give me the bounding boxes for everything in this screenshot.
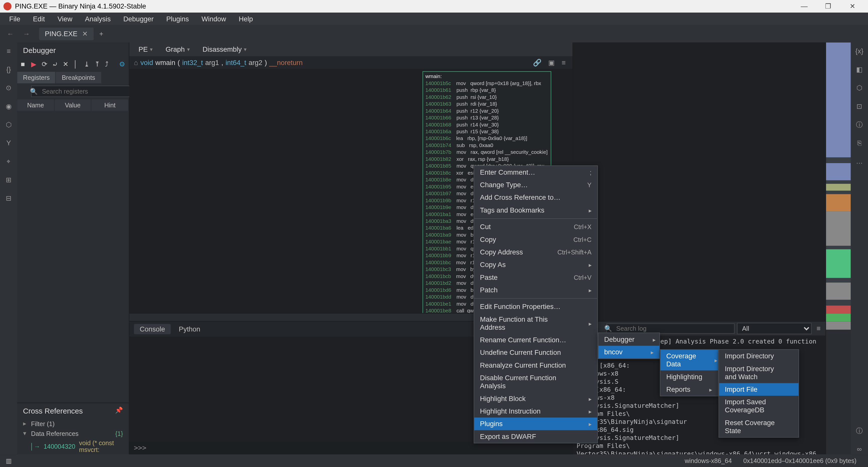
dbg-stop-icon[interactable]: ■: [21, 60, 27, 69]
graph-line[interactable]: 140001b62 push rsi {var_10}: [426, 94, 549, 100]
menu-item[interactable]: Enter Comment…;: [474, 166, 597, 178]
rail-branch-icon[interactable]: Y: [3, 138, 14, 148]
log-filter-select[interactable]: All: [737, 323, 812, 334]
rail-hex2-icon[interactable]: ⬡: [854, 83, 865, 93]
minimap-segment[interactable]: [826, 300, 851, 306]
register-search-input[interactable]: [31, 86, 132, 97]
rail-bug-icon[interactable]: ⌖: [3, 156, 14, 167]
dbg-reload-icon[interactable]: ⤾: [52, 60, 58, 69]
graph-line[interactable]: 140001b63 push rdi {var_18}: [426, 101, 549, 107]
dbg-settings-icon[interactable]: ⚙: [119, 60, 125, 69]
file-tab[interactable]: PING.EXE ✕: [39, 28, 94, 40]
menu-item[interactable]: Tags and Bookmarks▸: [474, 204, 597, 216]
xref-filter-row[interactable]: ▸ Filter (1): [17, 419, 129, 429]
minimize-button[interactable]: —: [792, 0, 816, 12]
menu-file[interactable]: File: [3, 14, 26, 24]
rail-braces-icon[interactable]: {}: [3, 64, 14, 74]
status-arch[interactable]: windows-x86_64: [679, 457, 737, 464]
rail-hamburger-icon[interactable]: ≡: [3, 46, 14, 56]
minimap-segment[interactable]: [826, 246, 851, 249]
dbg-run-icon[interactable]: ▶: [31, 60, 37, 69]
minimap-segment[interactable]: [826, 157, 851, 163]
reg-col-hint[interactable]: Hint: [92, 99, 129, 111]
rail-more-icon[interactable]: …: [854, 156, 865, 167]
menu-view[interactable]: View: [52, 14, 78, 24]
context-menu-coverage[interactable]: Import DirectoryImport Directory and Wat…: [719, 349, 799, 438]
minimap-segment[interactable]: [826, 194, 851, 211]
maximize-button[interactable]: ❐: [816, 0, 840, 12]
menu-item[interactable]: Import Directory and Watch: [719, 362, 799, 383]
console-prompt[interactable]: >>>: [129, 442, 572, 454]
menu-window[interactable]: Window: [196, 14, 232, 24]
xref-pin-icon[interactable]: 📌: [115, 407, 123, 415]
menu-item[interactable]: Add Cross Reference to…: [474, 191, 597, 204]
log-menu-icon[interactable]: ≡: [814, 325, 823, 333]
status-terminal-icon[interactable]: ▥: [6, 457, 11, 465]
tab-breakpoints[interactable]: Breakpoints: [56, 72, 101, 83]
minimap-segment[interactable]: [826, 249, 851, 278]
nav-back[interactable]: ←: [3, 27, 17, 41]
home-icon[interactable]: ⌂: [134, 59, 138, 67]
menu-item[interactable]: CopyCtrl+C: [474, 233, 597, 246]
log-search-input[interactable]: [607, 324, 735, 334]
addr-menu-icon[interactable]: ≡: [559, 59, 568, 67]
menu-item[interactable]: PasteCtrl+V: [474, 271, 597, 283]
menu-item[interactable]: Coverage Data▸: [660, 350, 718, 370]
rail-stack-icon[interactable]: ⊞: [3, 175, 14, 185]
minimap-segment[interactable]: [826, 191, 851, 194]
minimap-segment[interactable]: [826, 184, 851, 191]
menu-item[interactable]: Import File: [719, 383, 799, 396]
minimap[interactable]: [826, 42, 851, 454]
minimap-segment[interactable]: [826, 282, 851, 300]
menu-item[interactable]: Export as DWARF: [474, 430, 597, 443]
menu-item[interactable]: Reset Coverage State: [719, 416, 799, 437]
rail-info2-icon[interactable]: ⓘ: [854, 426, 865, 436]
menu-debugger[interactable]: Debugger: [118, 14, 159, 24]
dbg-restart-icon[interactable]: ⟳: [42, 60, 48, 69]
graph-line[interactable]: 140001b6a push r15 {var_38}: [426, 128, 549, 135]
graph-line[interactable]: 140001b5c mov qword [rsp+0x18 {arg_18}],…: [426, 80, 549, 87]
console-tab-python[interactable]: Python: [173, 324, 206, 334]
close-button[interactable]: ✕: [840, 0, 865, 12]
menu-item[interactable]: Import Directory: [719, 350, 799, 362]
file-tab-close[interactable]: ✕: [82, 30, 88, 38]
minimap-segment[interactable]: [826, 180, 851, 184]
xref-data-refs-row[interactable]: ▾ Data References {1}: [17, 429, 129, 438]
menu-item[interactable]: Reports▸: [660, 383, 718, 396]
console-tab-console[interactable]: Console: [134, 324, 171, 334]
minimap-segment[interactable]: [826, 42, 851, 157]
menu-analysis[interactable]: Analysis: [79, 14, 116, 24]
menu-item[interactable]: Copy As▸: [474, 259, 597, 271]
graph-line[interactable]: 140001b6c lea rbp, [rsp-0x9a0 {var_a18}]: [426, 135, 549, 142]
graph-line[interactable]: 140001b64 push r12 {var_20}: [426, 107, 549, 114]
menu-item[interactable]: Highlighting▸: [660, 370, 718, 383]
rail-loop-icon[interactable]: ∞: [854, 444, 865, 454]
reg-col-value[interactable]: Value: [55, 99, 92, 111]
new-tab-button[interactable]: +: [93, 28, 109, 40]
dbg-stepout-icon[interactable]: ⤴: [105, 60, 111, 69]
menu-item[interactable]: bncov▸: [598, 346, 659, 358]
menu-item[interactable]: CutCtrl+X: [474, 221, 597, 233]
graph-line[interactable]: 140001b68 push r14 {var_30}: [426, 121, 549, 128]
graph-line[interactable]: 140001b61 push rbp {var_8}: [426, 87, 549, 94]
graph-line[interactable]: 140001b7b mov rax, qword [rel __security…: [426, 149, 549, 156]
dbg-cancel-icon[interactable]: ✕: [63, 60, 69, 69]
rail-copy-icon[interactable]: ⎘: [854, 138, 865, 148]
rail-target-icon[interactable]: ⊙: [3, 83, 14, 93]
menu-item[interactable]: Highlight Instruction▸: [474, 405, 597, 418]
rail-square-icon[interactable]: ⊡: [854, 101, 865, 111]
dbg-stepover-icon[interactable]: ⤒: [94, 60, 100, 69]
minimap-segment[interactable]: [826, 314, 851, 322]
menu-item[interactable]: Patch▸: [474, 284, 597, 296]
graph-line[interactable]: 140001b82 xor rax, rsp {var_b18}: [426, 156, 549, 162]
rail-dot-icon[interactable]: ◉: [3, 101, 14, 111]
menu-edit[interactable]: Edit: [27, 14, 51, 24]
xref-entry[interactable]: │→ 140004320 void (* const msvcrt:: [17, 438, 129, 455]
addr-link-icon[interactable]: 🔗: [530, 59, 544, 67]
viewtab-pe[interactable]: PE▾: [134, 44, 157, 55]
menu-plugins[interactable]: Plugins: [160, 14, 195, 24]
viewtab-graph[interactable]: Graph▾: [161, 44, 195, 55]
rail-grid-icon[interactable]: ⊟: [3, 193, 14, 203]
menu-item[interactable]: Plugins▸: [474, 418, 597, 430]
menu-item[interactable]: Undefine Current Function: [474, 346, 597, 359]
